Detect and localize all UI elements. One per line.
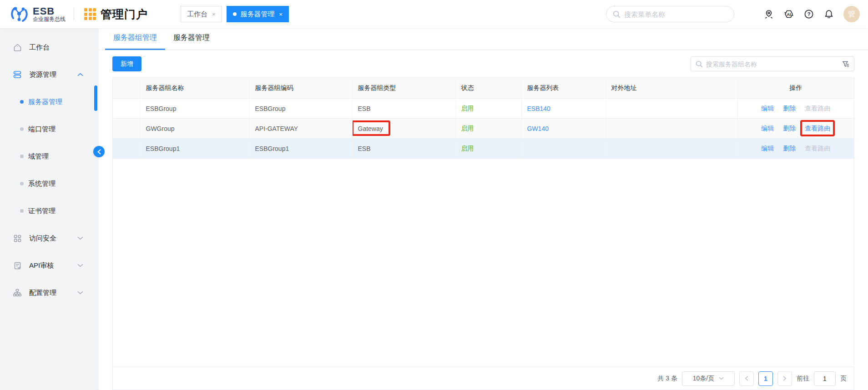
sidebar-collapse-button[interactable] xyxy=(93,146,105,157)
sidebar-item-server-management[interactable]: 服务器管理 xyxy=(0,88,99,115)
help-icon[interactable]: ? xyxy=(803,9,814,20)
squares-grid-icon xyxy=(13,234,22,243)
table-row[interactable]: GWGroup API-GATEWAY Gateway 启用 GW140 编辑 … xyxy=(113,119,854,139)
portal-title: 管理门户 xyxy=(101,7,148,22)
close-icon[interactable]: × xyxy=(279,11,283,18)
column-external-address: 对外地址 xyxy=(606,78,737,99)
svg-text:?: ? xyxy=(807,11,811,17)
sidebar-scrollbar-thumb[interactable] xyxy=(94,85,97,111)
chevron-up-icon xyxy=(77,73,83,76)
group-name-cell: GWGroup xyxy=(140,119,249,139)
header-divider xyxy=(74,7,74,21)
sidebar-item-workbench[interactable]: 工作台 xyxy=(0,34,99,61)
page-size-select[interactable]: 10条/页 xyxy=(682,371,735,386)
view-route-link: 查看路由 xyxy=(805,105,830,112)
page-size-value: 10条/页 xyxy=(693,375,714,383)
server-group-table-panel: 服务器组名称 服务器组编码 服务器组类型 状态 服务器列表 对外地址 操作 ES… xyxy=(112,78,854,390)
goto-page-input[interactable] xyxy=(814,371,836,386)
app-grid-icon xyxy=(84,8,96,20)
tab-label: 服务器管理 xyxy=(241,10,275,19)
user-avatar[interactable]: 管 xyxy=(843,6,860,22)
bullet-dot-icon xyxy=(20,100,24,104)
status-cell: 启用 xyxy=(455,119,521,139)
column-operation: 操作 xyxy=(737,78,854,99)
location-pin-icon[interactable] xyxy=(763,9,774,20)
view-route-link: 查看路由 xyxy=(805,145,830,152)
status-cell: 启用 xyxy=(455,99,521,119)
table-row[interactable]: ESBGroup1 ESBGroup1 ESB 启用 编辑 删除 查看路由 xyxy=(113,139,854,159)
page-number-button[interactable]: 1 xyxy=(758,371,773,386)
ai-assistant-icon[interactable]: AI xyxy=(783,9,794,20)
bullet-dot-icon xyxy=(20,182,24,185)
table-toolbar: 新增 xyxy=(99,50,868,78)
delete-link[interactable]: 删除 xyxy=(783,145,796,152)
sidebar-item-label: 访问安全 xyxy=(29,234,56,243)
delete-link[interactable]: 删除 xyxy=(783,105,796,112)
funnel-icon[interactable] xyxy=(842,60,849,68)
tab-server-management[interactable]: 服务器管理 × xyxy=(227,6,289,22)
brand-name: ESB xyxy=(33,6,66,16)
active-dot-icon xyxy=(233,12,237,16)
group-code-cell: ESBGroup xyxy=(249,99,352,119)
sidebar-item-label: 配置管理 xyxy=(29,289,56,297)
column-status: 状态 xyxy=(455,78,521,99)
tab-workbench[interactable]: 工作台 × xyxy=(181,6,222,22)
notification-bell-icon[interactable] xyxy=(823,9,834,20)
prev-page-button[interactable] xyxy=(739,371,754,386)
view-route-link[interactable]: 查看路由 xyxy=(805,125,830,133)
brand-logo: ESB 企业服务总线 xyxy=(0,5,66,24)
group-name-cell: ESBGroup1 xyxy=(140,139,249,159)
total-count: 共 3 条 xyxy=(657,375,677,383)
goto-label: 前往 xyxy=(797,375,809,383)
group-name-cell: ESBGroup xyxy=(140,99,249,119)
search-icon xyxy=(613,10,621,18)
server-list-link[interactable]: ESB140 xyxy=(527,105,550,112)
sidebar-item-label: 服务器管理 xyxy=(28,98,62,106)
bullet-dot-icon xyxy=(20,127,24,131)
group-search-box[interactable] xyxy=(691,56,854,71)
server-stack-icon xyxy=(13,70,22,79)
search-icon xyxy=(696,60,703,68)
sidebar-item-label: 工作台 xyxy=(29,43,50,52)
main-content: 服务器组管理 服务器管理 新增 xyxy=(99,28,868,390)
sidebar-item-api-review[interactable]: API审核 xyxy=(0,252,99,279)
close-icon[interactable]: × xyxy=(212,11,216,18)
sidebar-item-access-security[interactable]: 访问安全 xyxy=(0,225,99,252)
delete-link[interactable]: 删除 xyxy=(783,125,796,132)
sidebar-item-label: 证书管理 xyxy=(28,207,56,215)
menu-search-box[interactable] xyxy=(606,6,734,22)
external-address-cell xyxy=(606,119,737,139)
edit-link[interactable]: 编辑 xyxy=(761,145,774,152)
edit-link[interactable]: 编辑 xyxy=(761,105,774,112)
external-address-cell xyxy=(606,99,737,119)
sidebar-item-configuration-management[interactable]: 配置管理 xyxy=(0,279,99,306)
menu-search-input[interactable] xyxy=(624,10,727,18)
sidebar-item-certificate-management[interactable]: 证书管理 xyxy=(0,197,99,225)
sidebar-item-port-management[interactable]: 端口管理 xyxy=(0,115,99,143)
external-address-cell xyxy=(606,139,737,159)
sidebar-item-domain-management[interactable]: 域管理 xyxy=(0,143,99,170)
portal-title-block: 管理门户 xyxy=(84,7,148,22)
edit-link[interactable]: 编辑 xyxy=(761,125,774,132)
table-row[interactable]: ESBGroup ESBGroup ESB 启用 ESB140 编辑 删除 查看… xyxy=(113,99,854,119)
add-button[interactable]: 新增 xyxy=(112,56,141,71)
tab-server-management-inner[interactable]: 服务器管理 xyxy=(165,33,218,50)
chevron-down-icon xyxy=(719,377,724,380)
sidebar-item-system-management[interactable]: 系统管理 xyxy=(0,170,99,197)
sidebar-item-label: API审核 xyxy=(29,261,54,270)
sidebar-item-label: 系统管理 xyxy=(28,180,56,188)
server-list-link[interactable]: GW140 xyxy=(527,125,549,132)
tab-server-group-management[interactable]: 服务器组管理 xyxy=(105,33,165,50)
next-page-button[interactable] xyxy=(777,371,792,386)
home-icon xyxy=(13,43,22,52)
sidebar-item-resource-management[interactable]: 资源管理 xyxy=(0,61,99,88)
group-search-input[interactable] xyxy=(706,60,842,68)
column-group-code: 服务器组编码 xyxy=(249,78,352,99)
chevron-down-icon xyxy=(77,264,83,267)
sitemap-icon xyxy=(13,288,22,297)
content-tab-bar: 服务器组管理 服务器管理 xyxy=(99,28,868,50)
server-group-table: 服务器组名称 服务器组编码 服务器组类型 状态 服务器列表 对外地址 操作 ES… xyxy=(113,78,854,159)
column-status-indicator xyxy=(113,78,140,99)
chevron-down-icon xyxy=(77,236,83,240)
brand-subtitle: 企业服务总线 xyxy=(33,16,66,22)
